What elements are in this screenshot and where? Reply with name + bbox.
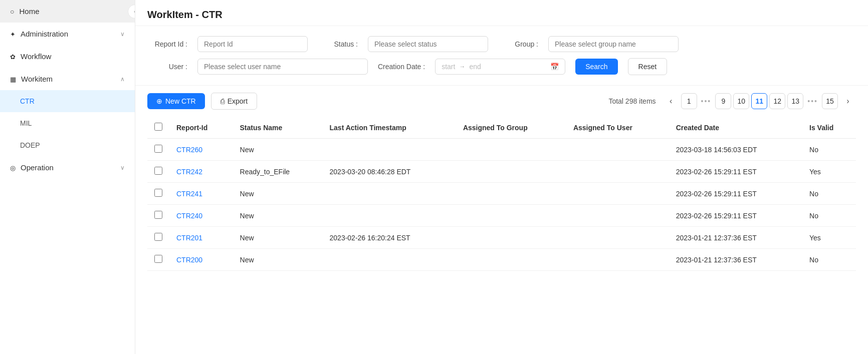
- row-last-action-timestamp: [323, 249, 456, 271]
- admin-icon: [10, 30, 16, 38]
- row-report-id: CTR201: [169, 227, 233, 249]
- export-button[interactable]: ⎙ Export: [211, 93, 257, 110]
- row-assigned-group: [456, 227, 566, 249]
- row-status-name: New: [233, 249, 323, 271]
- sidebar-item-label: Workitem: [21, 75, 53, 83]
- row-last-action-timestamp: 2023-02-26 16:20:24 EST: [323, 227, 456, 249]
- date-range-arrow: →: [459, 63, 465, 70]
- date-end-placeholder: end: [469, 63, 481, 71]
- row-checkbox[interactable]: [154, 233, 162, 241]
- row-checkbox[interactable]: [154, 167, 162, 175]
- page-btn-9[interactable]: 9: [715, 93, 731, 109]
- work-items-table: Report-Id Status Name Last Action Timest…: [147, 117, 856, 271]
- row-select-cell: [147, 205, 169, 227]
- row-assigned-user: [566, 183, 669, 205]
- row-assigned-user: [566, 161, 669, 183]
- row-status-name: New: [233, 227, 323, 249]
- page-btn-10[interactable]: 10: [733, 93, 749, 109]
- report-id-input[interactable]: [197, 36, 308, 52]
- report-id-link[interactable]: CTR242: [176, 168, 202, 176]
- page-btn-1[interactable]: 1: [681, 93, 697, 109]
- row-created-date: 2023-01-21 12:37:36 EST: [669, 227, 802, 249]
- sidebar-item-label: MIL: [20, 119, 32, 127]
- sidebar-item-mil[interactable]: MIL: [0, 112, 135, 134]
- col-created-date: Created Date: [669, 117, 802, 139]
- table-body: CTR260 New 2023-03-18 14:56:03 EDT No CT…: [147, 139, 856, 271]
- row-report-id: CTR242: [169, 161, 233, 183]
- sidebar-item-home[interactable]: Home ‹: [0, 0, 135, 23]
- sidebar-item-administration[interactable]: Administration ∨: [0, 23, 135, 45]
- col-assigned-group: Assigned To Group: [456, 117, 566, 139]
- group-input[interactable]: [548, 36, 679, 52]
- page-btn-13[interactable]: 13: [787, 93, 803, 109]
- sidebar-item-ctr[interactable]: CTR: [0, 90, 135, 112]
- report-id-link[interactable]: CTR260: [176, 146, 202, 154]
- row-assigned-group: [456, 205, 566, 227]
- row-checkbox[interactable]: [154, 145, 162, 153]
- col-is-valid: Is Valid: [802, 117, 856, 139]
- col-last-action: Last Action Timestamp: [323, 117, 456, 139]
- row-is-valid: No: [802, 205, 856, 227]
- search-button[interactable]: Search: [575, 59, 617, 75]
- col-report-id: Report-Id: [169, 117, 233, 139]
- table-row: CTR241 New 2023-02-26 15:29:11 EST No: [147, 183, 856, 205]
- pagination-total: Total 298 items: [608, 97, 656, 105]
- row-status-name: New: [233, 139, 323, 161]
- col-select: [147, 117, 169, 139]
- sidebar-item-label: CTR: [20, 97, 35, 105]
- select-all-checkbox[interactable]: [154, 123, 162, 131]
- row-last-action-timestamp: 2023-03-20 08:46:28 EDT: [323, 161, 456, 183]
- report-id-link[interactable]: CTR201: [176, 234, 202, 242]
- page-btn-12[interactable]: 12: [769, 93, 785, 109]
- export-label: Export: [228, 97, 248, 105]
- report-id-link[interactable]: CTR240: [176, 212, 202, 220]
- date-range-picker[interactable]: start → end 📅: [435, 59, 565, 75]
- report-id-link[interactable]: CTR241: [176, 190, 202, 198]
- row-is-valid: Yes: [802, 161, 856, 183]
- report-id-link[interactable]: CTR200: [176, 256, 202, 264]
- table-header: Report-Id Status Name Last Action Timest…: [147, 117, 856, 139]
- row-checkbox[interactable]: [154, 255, 162, 263]
- sidebar-item-label: Workflow: [21, 52, 51, 61]
- main-content: WorkItem - CTR Report Id : Status : Grou…: [135, 0, 868, 354]
- page-dots-1: •••: [699, 97, 714, 105]
- row-select-cell: [147, 249, 169, 271]
- row-report-id: CTR241: [169, 183, 233, 205]
- row-created-date: 2023-02-26 15:29:11 EST: [669, 161, 802, 183]
- sidebar-item-doep[interactable]: DOEP: [0, 134, 135, 156]
- status-input[interactable]: [368, 36, 488, 52]
- table-row: CTR260 New 2023-03-18 14:56:03 EDT No: [147, 139, 856, 161]
- table-row: CTR242 Ready_to_EFile 2023-03-20 08:46:2…: [147, 161, 856, 183]
- sidebar: Home ‹ Administration ∨ Workflow Workite…: [0, 0, 135, 354]
- date-start-placeholder: start: [442, 63, 455, 71]
- row-checkbox[interactable]: [154, 211, 162, 219]
- page-btn-15[interactable]: 15: [822, 93, 838, 109]
- row-created-date: 2023-02-26 15:29:11 EST: [669, 183, 802, 205]
- sidebar-item-workflow[interactable]: Workflow: [0, 45, 135, 68]
- user-input[interactable]: [197, 59, 368, 75]
- sidebar-item-workitem[interactable]: Workitem ∧: [0, 68, 135, 90]
- row-created-date: 2023-01-21 12:37:36 EST: [669, 249, 802, 271]
- group-label: Group :: [498, 40, 538, 48]
- row-created-date: 2023-03-18 14:56:03 EDT: [669, 139, 802, 161]
- table-header-row: Report-Id Status Name Last Action Timest…: [147, 117, 856, 139]
- pagination-next[interactable]: ›: [840, 93, 856, 109]
- sidebar-item-label: Operation: [21, 163, 54, 172]
- sidebar-item-operation[interactable]: Operation ∨: [0, 156, 135, 179]
- row-last-action-timestamp: [323, 205, 456, 227]
- sidebar-collapse-button[interactable]: ‹: [128, 5, 135, 19]
- row-report-id: CTR200: [169, 249, 233, 271]
- row-assigned-user: [566, 249, 669, 271]
- page-dots-2: •••: [805, 97, 820, 105]
- sidebar-item-label: Administration: [21, 30, 68, 38]
- new-ctr-button[interactable]: ⊕ New CTR: [147, 93, 205, 109]
- user-label: User :: [147, 63, 187, 71]
- page-btn-11[interactable]: 11: [751, 93, 767, 109]
- reset-button[interactable]: Reset: [628, 58, 668, 75]
- pagination-prev[interactable]: ‹: [663, 93, 679, 109]
- pagination: Total 298 items ‹ 1 ••• 9 10 11 12 13 ••…: [608, 93, 856, 109]
- row-assigned-group: [456, 183, 566, 205]
- row-checkbox[interactable]: [154, 189, 162, 197]
- row-report-id: CTR260: [169, 139, 233, 161]
- row-assigned-user: [566, 139, 669, 161]
